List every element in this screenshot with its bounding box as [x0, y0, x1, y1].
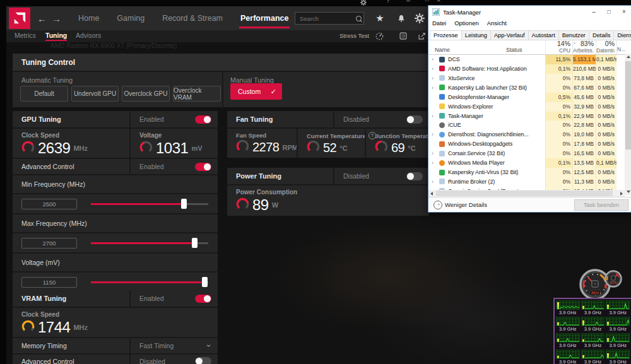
auto-tuning-button-overclock-gpu[interactable]: Overclock GPU: [122, 86, 170, 102]
slider-value-input[interactable]: 2500: [21, 199, 77, 209]
custom-tuning-button[interactable]: Custom ✓: [230, 83, 282, 100]
col-status[interactable]: Status: [506, 47, 522, 53]
memory-timing-dropdown[interactable]: Fast Timing ›: [129, 338, 218, 353]
process-row[interactable]: Windows-Explorer0%32,9 MB0 MB/s: [428, 102, 631, 112]
expand-chevron-icon[interactable]: ›: [432, 149, 433, 158]
process-row[interactable]: ›Task-Manager0,1%22,9 MB0 MB/s: [428, 112, 631, 121]
auto-tuning-button-undervolt-gpu[interactable]: Undervolt GPU: [71, 86, 119, 102]
expand-chevron-icon[interactable]: ›: [432, 64, 433, 74]
col-disk[interactable]: 0%Datenträ...: [596, 40, 616, 54]
back-arrow-icon[interactable]: ←: [37, 13, 47, 24]
menu-item-datei[interactable]: Datei: [432, 20, 446, 26]
expand-chevron-icon[interactable]: ›: [432, 74, 433, 83]
col-name[interactable]: Name: [435, 47, 450, 53]
process-row[interactable]: ›Corsair.Service (32 Bit)0%16,5 MB0 MB/s: [428, 149, 631, 158]
slider-handle[interactable]: [202, 277, 208, 287]
tab-prozesse[interactable]: Prozesse: [430, 30, 462, 40]
power-tuning-toggle[interactable]: [406, 172, 423, 180]
tab-app-verlauf[interactable]: App-Verlauf: [490, 30, 529, 40]
weniger-details-label[interactable]: Weniger Details: [445, 201, 487, 208]
col-network[interactable]: N...: [616, 40, 624, 54]
nav-item-performance[interactable]: Performance: [232, 14, 297, 23]
maximize-icon[interactable]: □: [425, 0, 428, 3]
tab-leistung[interactable]: Leistung: [461, 30, 491, 40]
expand-chevron-icon[interactable]: ›: [432, 177, 433, 187]
expand-chevron-icon[interactable]: ›: [432, 130, 433, 139]
slider-track[interactable]: [91, 242, 208, 244]
nav-item-gaming[interactable]: Gaming: [108, 14, 153, 23]
scroll-down-icon[interactable]: [627, 191, 630, 193]
expand-chevron-icon[interactable]: ›: [432, 83, 433, 93]
end-task-button[interactable]: Task beenden: [574, 199, 628, 211]
process-row[interactable]: Desktopfenster-Manager0,5%45,6 MB0 MB/s: [428, 93, 631, 102]
slider-handle[interactable]: [192, 238, 198, 248]
col-cpu[interactable]: 14%CPU: [545, 40, 572, 54]
tm-close-icon[interactable]: ×: [616, 6, 631, 18]
amd-logo[interactable]: [9, 8, 30, 29]
subnav-item-metrics[interactable]: Metrics: [15, 32, 36, 39]
process-row[interactable]: iCUE0%22,8 MB0 MB/s: [428, 120, 631, 130]
help-icon[interactable]: ?: [386, 0, 390, 4]
horizontal-scrollbar[interactable]: [428, 190, 625, 197]
reset-profile-icon[interactable]: [399, 32, 408, 40]
process-row[interactable]: ›XtuService0%73,8 MB0 MB/s: [428, 74, 631, 83]
process-row[interactable]: ›Windows Media Player0,1%13,5 MB0,1 MB/s: [428, 158, 631, 168]
tm-minimize-icon[interactable]: –: [586, 6, 601, 18]
tm-maximize-icon[interactable]: □: [601, 6, 616, 18]
gpu-tuning-toggle[interactable]: [195, 115, 211, 124]
vram-advanced-toggle[interactable]: [195, 357, 211, 364]
process-row[interactable]: Windows-Desktopgadgets0%17,8 MB0 MB/s: [428, 139, 631, 149]
slider-handle[interactable]: [181, 199, 187, 209]
settings-gear-icon[interactable]: [414, 13, 425, 24]
expand-chevron-icon[interactable]: ›: [432, 158, 433, 168]
gpu-advanced-toggle[interactable]: [195, 163, 211, 171]
nav-item-home[interactable]: Home: [69, 14, 108, 23]
process-row[interactable]: Kaspersky Anti-Virus (32 Bit)0%12,5 MB0 …: [428, 168, 631, 177]
task-manager-titlebar[interactable]: Task-Manager – □ ×: [428, 6, 631, 18]
hscroll-thumb[interactable]: [436, 191, 613, 196]
export-profile-icon[interactable]: [418, 32, 427, 40]
menu-item-optionen[interactable]: Optionen: [454, 20, 479, 26]
auto-tuning-button-overclock-vram[interactable]: Overclock VRAM: [173, 86, 221, 102]
process-row[interactable]: ›AMD Software: Host Application0,1%210,6…: [428, 64, 631, 74]
vram-tuning-toggle[interactable]: [195, 295, 211, 303]
process-row[interactable]: ›DCS11,5%5.153,1 MB0,1 MB/s: [428, 55, 631, 64]
tab-dienste[interactable]: Dienste: [613, 30, 631, 40]
collapse-details-icon[interactable]: ›: [433, 201, 442, 209]
notifications-bell-icon[interactable]: [396, 13, 407, 24]
search-box[interactable]: [295, 12, 364, 25]
scroll-left-icon[interactable]: [430, 192, 433, 196]
close-icon[interactable]: ×: [437, 0, 440, 4]
disk-cell: 0 MB/s: [596, 83, 616, 93]
scroll-up-icon[interactable]: [627, 56, 630, 58]
favorites-star-icon[interactable]: ★: [374, 13, 386, 24]
process-row[interactable]: ›Runtime Broker (2)0%11,3 MB0 MB/s: [428, 177, 631, 187]
process-row[interactable]: ›Kaspersky Lab launcher (32 Bit)0%67,6 M…: [428, 83, 631, 93]
auto-tuning-button-default[interactable]: Default: [20, 86, 68, 102]
slider-value-input[interactable]: 2700: [21, 238, 77, 249]
fan-tuning-toggle[interactable]: [406, 115, 423, 124]
menu-item-ansicht[interactable]: Ansicht: [487, 20, 507, 26]
slider-track[interactable]: [91, 281, 208, 283]
subnav-item-advisors[interactable]: Advisors: [76, 32, 101, 39]
stress-test-gauge-icon[interactable]: [375, 32, 384, 41]
slider-value-input[interactable]: 1150: [21, 277, 77, 288]
process-row[interactable]: ›Diensthost: Diagnoserichtlinien...0%19,…: [428, 130, 631, 139]
expand-chevron-icon[interactable]: ›: [432, 55, 433, 64]
tab-details[interactable]: Details: [589, 30, 614, 40]
subnav-item-tuning[interactable]: Tuning: [45, 32, 67, 39]
nav-item-record-stream[interactable]: Record & Stream: [153, 14, 232, 23]
gear-small-icon[interactable]: [360, 0, 367, 6]
col-memory[interactable]: ›83%Arbeitss...: [572, 40, 596, 54]
forward-arrow-icon[interactable]: →: [52, 13, 61, 24]
expand-chevron-icon[interactable]: ›: [432, 112, 433, 121]
vertical-scrollbar[interactable]: [625, 54, 631, 195]
stress-test-label[interactable]: Stress Test: [339, 32, 369, 39]
scroll-right-icon[interactable]: [620, 192, 623, 196]
tab-autostart[interactable]: Autostart: [528, 30, 559, 40]
slider-track[interactable]: [91, 203, 208, 205]
minimize-icon[interactable]: –: [406, 0, 410, 4]
search-input[interactable]: [295, 15, 355, 23]
tab-benutzer[interactable]: Benutzer: [558, 30, 589, 40]
vscroll-thumb[interactable]: [625, 61, 631, 150]
